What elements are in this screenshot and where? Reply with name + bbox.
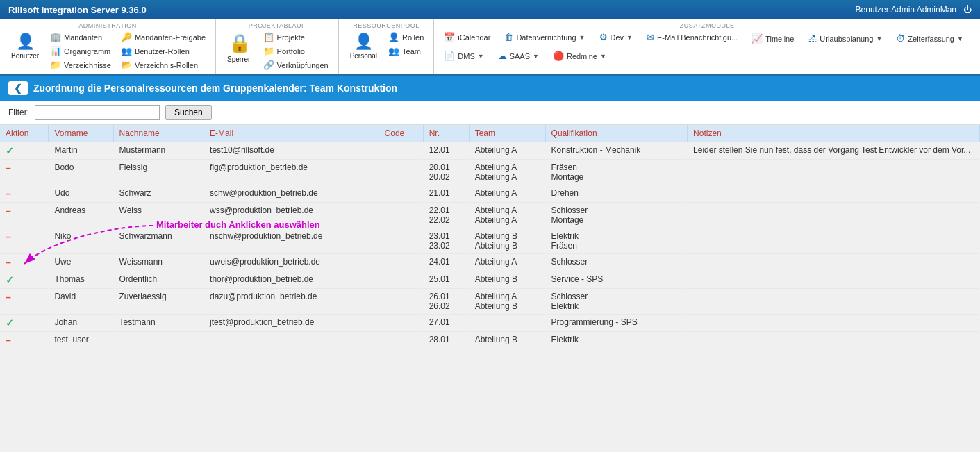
cell-action[interactable]: ✓: [0, 315, 49, 332]
ribbon-btn-redmine[interactable]: 🔴 Redmine ▼: [550, 49, 609, 62]
nr-value: 22.02: [429, 215, 463, 225]
ribbon-btn-dev[interactable]: ⚙ Dev ▼: [597, 31, 636, 44]
ribbon-btn-team[interactable]: 👥 Team: [385, 44, 426, 58]
check-icon: ✓: [6, 274, 14, 285]
ribbon-admin-group2: 🔑 Mandanten-Freigabe 👥 Benutzer-Rollen 📂…: [118, 31, 208, 72]
ribbon-btn-icalendar[interactable]: 📅 iCalendar: [441, 31, 493, 44]
table-row[interactable]: –DavidZuverlaessigdazu@produktion_betrie…: [0, 289, 980, 315]
ribbon-btn-verzeichnisse[interactable]: 📁 Verzeichnisse: [47, 58, 114, 72]
table-row[interactable]: –BodoFleissigflg@produktion_betrieb.de20…: [0, 160, 980, 185]
table-row[interactable]: –AndreasWeisswss@produktion_betrieb.de22…: [0, 203, 980, 228]
table-row[interactable]: –UdoSchwarzschw@produktion_betrieb.de21.…: [0, 185, 980, 203]
cell-action[interactable]: ✓: [0, 142, 49, 160]
rollen-label: Rollen: [402, 33, 424, 42]
power-icon[interactable]: ⏻: [963, 5, 972, 15]
ribbon-btn-verzeichnis-rollen[interactable]: 📂 Verzeichnis-Rollen: [118, 58, 208, 72]
ribbon-btn-datenvernichtung[interactable]: 🗑 Datenvernichtung ▼: [501, 31, 588, 44]
check-icon: ✓: [6, 145, 14, 156]
icalendar-icon: 📅: [444, 32, 455, 42]
nr-value: 20.01: [429, 162, 463, 172]
cell-nachname: Mustermann: [113, 142, 204, 160]
ribbon-btn-mandanten-freigabe[interactable]: 🔑 Mandanten-Freigabe: [118, 31, 208, 44]
cell-notizen: [688, 185, 980, 203]
ribbon-btn-projekte[interactable]: 📋 Projekte: [260, 31, 331, 44]
ribbon-btn-benutzer-rollen[interactable]: 👥 Benutzer-Rollen: [118, 44, 208, 58]
ribbon-zusatzmodule-title: ZUSATZMODULE: [441, 22, 973, 29]
cell-nachname: Weiss: [113, 203, 204, 228]
cell-nachname: Schwarzmann: [113, 228, 204, 254]
nr-value: 23.01: [429, 231, 463, 241]
ribbon-ressourcenpool-title: RESSOURCENPOOL: [346, 22, 427, 29]
table-row[interactable]: –NikoSchwarzmannnschw@produktion_betrieb…: [0, 228, 980, 254]
cell-vorname: Udo: [49, 185, 113, 203]
table-row[interactable]: –test_user28.01Abteilung BElektrik: [0, 332, 980, 349]
qual-value: Fräsen: [551, 162, 681, 172]
cell-nr: 24.01: [423, 254, 469, 271]
cell-nachname: Fleissig: [113, 160, 204, 185]
team-value: Abteilung A: [475, 292, 540, 301]
benutzer-rollen-label: Benutzer-Rollen: [135, 47, 190, 56]
cell-notizen: [688, 160, 980, 185]
nr-value: 26.02: [429, 301, 463, 311]
back-button[interactable]: ❮: [8, 81, 28, 95]
ribbon-btn-mandanten[interactable]: 🏢 Mandanten: [47, 31, 114, 44]
ribbon-btn-benutzer[interactable]: 👤 Benutzer: [7, 31, 43, 62]
cell-qualifikation: SchlosserElektrik: [545, 289, 687, 315]
ribbon-btn-personal[interactable]: 👤 Personal: [346, 31, 381, 62]
ribbon-btn-rollen[interactable]: 👤 Rollen: [385, 31, 426, 44]
redmine-icon: 🔴: [553, 51, 564, 61]
table-row[interactable]: –UweWeissmannuweis@produktion_betrieb.de…: [0, 254, 980, 271]
ribbon-projektablauf: PROJEKTABLAUF 🔒 Sperren 📋 Projekte 📁 Por…: [216, 19, 339, 74]
verknuepfungen-label: Verknüpfungen: [277, 61, 329, 69]
dev-label: Dev: [611, 33, 624, 42]
cell-email: flg@produktion_betrieb.de: [204, 160, 379, 185]
team-value: Abteilung B: [475, 301, 540, 311]
cell-action[interactable]: –: [0, 203, 49, 228]
cell-vorname: Johan: [49, 315, 113, 332]
datenvernichtung-dropdown-arrow: ▼: [579, 34, 585, 41]
cell-action[interactable]: –: [0, 185, 49, 203]
table-row[interactable]: ✓MartinMustermanntest10@rillsoft.de12.01…: [0, 142, 980, 160]
cell-team: Abteilung B: [469, 332, 545, 349]
team-label: Team: [402, 47, 421, 56]
ribbon-btn-verknuepfungen[interactable]: 🔗 Verknüpfungen: [260, 58, 331, 72]
ribbon-btn-organigramm[interactable]: 📊 Organigramm: [47, 44, 114, 58]
cell-notizen: [688, 203, 980, 228]
ribbon-btn-zeiterfassung[interactable]: ⏱ Zeiterfassung ▼: [893, 32, 966, 45]
col-team: Team: [469, 125, 545, 142]
dms-icon: 📄: [444, 51, 455, 61]
ribbon-btn-urlaubsplanung[interactable]: 🏖 Urlaubsplanung ▼: [805, 32, 885, 45]
ribbon-btn-timeline[interactable]: 📈 Timeline: [749, 32, 797, 45]
cell-code: [379, 254, 423, 271]
cell-team: Abteilung A: [469, 254, 545, 271]
ribbon-btn-dms[interactable]: 📄 DMS ▼: [441, 49, 486, 62]
cell-team: Abteilung A: [469, 185, 545, 203]
ribbon-zusatzmodule-body: 📅 iCalendar 🗑 Datenvernichtung ▼ ⚙ Dev ▼: [441, 31, 973, 62]
cell-action[interactable]: –: [0, 289, 49, 315]
cell-action[interactable]: –: [0, 254, 49, 271]
cell-team: Abteilung AAbteilung A: [469, 160, 545, 185]
ribbon-btn-sperren[interactable]: 🔒 Sperren: [223, 31, 256, 65]
ribbon-btn-saas[interactable]: ☁ SAAS ▼: [495, 49, 542, 62]
qual-value: Schlosser: [551, 206, 681, 215]
filter-input[interactable]: [35, 105, 160, 120]
filter-label: Filter:: [8, 108, 29, 117]
ribbon-btn-email[interactable]: ✉ E-Mail Benachrichtigu...: [644, 31, 740, 44]
cell-vorname: Uwe: [49, 254, 113, 271]
ribbon-ressourcenpool-body: 👤 Personal 👤 Rollen 👥 Team: [346, 31, 427, 62]
urlaubsplanung-label: Urlaubsplanung: [820, 35, 873, 43]
cell-action[interactable]: –: [0, 228, 49, 254]
table-row[interactable]: ✓ThomasOrdentlichthor@produktion_betrieb…: [0, 271, 980, 289]
search-button[interactable]: Suchen: [165, 105, 212, 120]
cell-action[interactable]: –: [0, 160, 49, 185]
saas-icon: ☁: [498, 51, 507, 61]
cell-nr: 22.0122.02: [423, 203, 469, 228]
cell-notizen: [688, 315, 980, 332]
mandanten-label: Mandanten: [64, 33, 102, 42]
cell-action[interactable]: –: [0, 332, 49, 349]
ribbon-btn-portfolio[interactable]: 📁 Portfolio: [260, 44, 331, 58]
table-row[interactable]: ✓JohanTestmannjtest@produktion_betrieb.d…: [0, 315, 980, 332]
app-container: Rillsoft Integration Server 9.36.0 Benut…: [0, 0, 980, 349]
col-email: E-Mail: [204, 125, 379, 142]
cell-action[interactable]: ✓: [0, 271, 49, 289]
